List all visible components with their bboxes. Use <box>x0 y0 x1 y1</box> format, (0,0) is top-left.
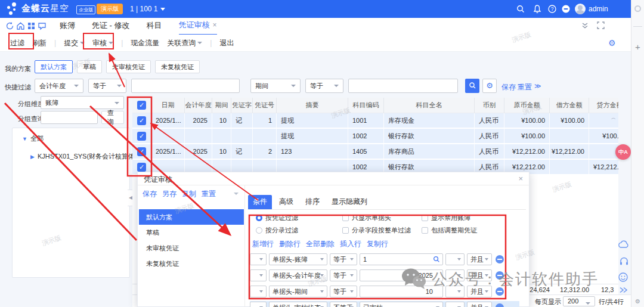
do-not-disturb-icon[interactable] <box>561 4 571 14</box>
more-filters-icon[interactable]: ≫ <box>534 82 541 90</box>
sidebar-circle-icon[interactable] <box>634 5 641 12</box>
remove-row-icon[interactable] <box>496 287 504 296</box>
tree-collapsed-icon[interactable]: ▶ <box>30 154 35 160</box>
grid-action-copy-row[interactable]: 复制行 <box>367 239 388 249</box>
plan-button-unreviewed-vouchers[interactable]: 未复核凭证 <box>155 60 200 73</box>
dialog-plan-unreviewed-vouchers[interactable]: 未复核凭证 <box>139 256 244 271</box>
chevron-down-icon[interactable] <box>234 193 239 195</box>
toolbar-item-linked-query[interactable]: 关联查询 <box>167 38 202 48</box>
table-row[interactable]: ✓提现1002银行存款人民币¥100.00¥100.00 <box>132 129 618 144</box>
option-include-adjust-period[interactable]: 包括调整期凭证 <box>422 226 477 235</box>
quick-filter-field-2-select[interactable]: 期间 <box>250 79 301 93</box>
remove-row-icon[interactable] <box>496 271 504 280</box>
condition-row[interactable]: 单据头-账簿等于1并且 <box>250 253 519 267</box>
close-icon[interactable]: × <box>518 174 523 183</box>
quick-filter-op-2-select[interactable]: 等于 <box>305 79 343 93</box>
dialog-tab-sort[interactable]: 排序 <box>301 195 324 209</box>
dialog-tab-show-hide-columns[interactable]: 显示隐藏列 <box>327 195 372 209</box>
field-select[interactable]: 单据头-审核状态 <box>269 302 327 307</box>
row-checkbox[interactable]: ✓ <box>137 163 146 172</box>
row-suffix-select[interactable] <box>445 269 465 281</box>
query-button[interactable]: 查询 <box>101 111 124 124</box>
save-filter-link[interactable]: 保存 <box>501 82 516 92</box>
tree-node[interactable]: ▶KJHSTX01_SYS(财务会计核算体系) <box>30 152 144 161</box>
tab-ledger[interactable]: 账簿 <box>60 18 75 35</box>
field-select[interactable]: 单据头-账簿 <box>269 253 327 265</box>
field-select[interactable]: 单据头-会计年度 <box>269 269 327 281</box>
logic-select[interactable]: 并且 <box>467 286 492 297</box>
plan-button-draft[interactable]: 草稿 <box>77 60 102 73</box>
checkbox-icon[interactable] <box>422 227 428 234</box>
option-filter-by-voucher[interactable]: 按凭证过滤 <box>256 213 298 222</box>
headset-icon[interactable] <box>619 256 629 266</box>
option-show-header-only[interactable]: 只显示单据头 <box>342 213 391 222</box>
operator-select[interactable]: 等于 <box>330 269 357 281</box>
toolbar-item-submit[interactable]: 提交 <box>64 38 85 48</box>
quick-filter-value-1-input[interactable] <box>131 79 240 93</box>
dialog-plan-draft[interactable]: 草稿 <box>139 225 244 240</box>
fullscreen-icon[interactable] <box>597 21 605 29</box>
value-input[interactable]: 10 <box>360 286 443 297</box>
condition-row[interactable]: 单据头-会计年度等于2025并且 <box>250 269 519 283</box>
row-checkbox[interactable]: ✓ <box>137 147 146 156</box>
dialog-action-save[interactable]: 保存 <box>143 189 157 199</box>
chevron-double-down-icon[interactable] <box>581 21 589 30</box>
quick-filter-field-1-select[interactable]: 会计年度 <box>35 79 83 93</box>
grid-action-add-row[interactable]: 新增行 <box>252 239 274 249</box>
group-query-input[interactable] <box>41 111 98 124</box>
search-icon[interactable] <box>433 256 440 263</box>
operator-select[interactable]: 等于 <box>330 286 357 297</box>
message-icon[interactable] <box>38 21 47 30</box>
row-checkbox[interactable]: ✓ <box>137 132 146 141</box>
row-prefix-select[interactable] <box>250 269 267 281</box>
user-avatar[interactable] <box>575 4 586 14</box>
remove-row-icon[interactable] <box>496 255 504 263</box>
row-prefix-select[interactable] <box>250 253 267 265</box>
tab-voucher-edit[interactable]: 凭证 - 修改 <box>92 18 130 35</box>
refresh-icon[interactable] <box>5 21 14 30</box>
row-suffix-select[interactable] <box>445 286 465 297</box>
radio-icon[interactable] <box>256 215 262 221</box>
toolbar-item-filter[interactable]: 过滤 <box>10 38 24 48</box>
tree-node[interactable]: ▼全部 <box>22 134 44 143</box>
translate-fab-icon[interactable]: 中A <box>615 144 631 160</box>
grid-action-delete-all[interactable]: 全部删除 <box>306 239 335 249</box>
search-icon[interactable] <box>516 4 525 14</box>
grid-action-insert-row[interactable]: 插入行 <box>340 239 361 249</box>
option-show-disabled-ledgers[interactable]: 显示禁用账簿 <box>422 213 470 222</box>
apps-grid-icon[interactable] <box>27 21 36 30</box>
dialog-action-reset[interactable]: 重置 <box>202 189 216 199</box>
tree-expanded-icon[interactable]: ▼ <box>22 136 27 142</box>
search-button[interactable] <box>465 79 479 93</box>
expand-more-icon[interactable] <box>619 286 628 294</box>
checkbox-icon[interactable] <box>422 215 428 221</box>
option-filter-by-entry[interactable]: 按分录过滤 <box>256 226 298 235</box>
help-icon[interactable]: ? <box>547 4 557 14</box>
quick-filter-op-1-select[interactable]: 等于 <box>88 79 126 93</box>
logic-select[interactable]: 并且 <box>467 253 492 265</box>
smiley-icon[interactable] <box>618 272 628 283</box>
radio-icon[interactable] <box>256 227 262 234</box>
condition-row[interactable]: 单据头-审核状态不等于已审核并且 <box>250 301 519 307</box>
tab-voucher-audit[interactable]: 凭证审核× <box>179 17 217 35</box>
home-icon[interactable] <box>16 21 25 30</box>
dialog-plan-default-plan[interactable]: 默认方案 <box>139 209 244 225</box>
operator-select[interactable]: 不等于 <box>330 302 357 307</box>
operator-select[interactable]: 等于 <box>330 253 357 265</box>
logic-select[interactable]: 并且 <box>467 302 492 307</box>
toolbar-item-exit[interactable]: 退出 <box>219 38 234 48</box>
notification-bell-icon[interactable] <box>532 4 542 14</box>
row-checkbox[interactable]: ✓ <box>137 116 146 125</box>
field-select[interactable]: 单据头-期间 <box>269 286 327 297</box>
reset-filter-link[interactable]: 重置 <box>518 82 532 92</box>
logic-select[interactable]: 并且 <box>467 269 492 281</box>
close-icon[interactable]: × <box>213 21 217 29</box>
plus-icon[interactable]: + <box>635 42 640 52</box>
remove-row-icon[interactable] <box>496 303 504 307</box>
select-all-checkbox[interactable]: ✓ <box>137 101 146 110</box>
checkbox-icon[interactable] <box>342 227 349 234</box>
value-input[interactable]: 2025 <box>360 269 443 281</box>
table-row[interactable]: ✓2025/1...202510记1提现1001库存现金人民币¥100.00¥1… <box>132 113 618 129</box>
tab-account[interactable]: 科目 <box>147 18 162 35</box>
row-prefix-select[interactable] <box>250 286 267 297</box>
